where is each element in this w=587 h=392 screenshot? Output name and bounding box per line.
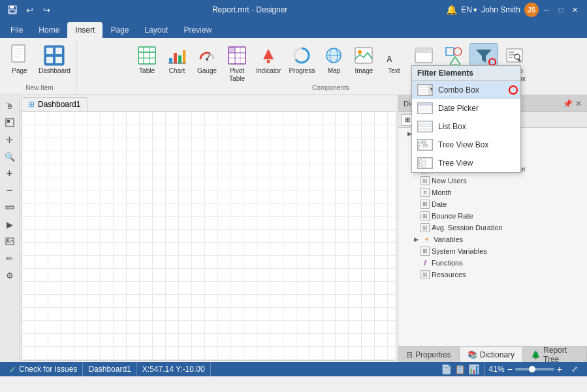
tree-view-label: Tree View: [438, 158, 473, 168]
chart-icon: [167, 45, 187, 66]
tab-file[interactable]: File: [3, 22, 31, 38]
report-tree-tab[interactable]: 🌲 Report Tree: [523, 347, 587, 362]
filter-item-tree-view[interactable]: Tree View: [412, 154, 520, 172]
page-icon-1[interactable]: 📄: [441, 364, 452, 374]
gauge-button[interactable]: Gauge: [193, 43, 221, 77]
maximize-button[interactable]: □: [554, 3, 567, 16]
properties-tab[interactable]: ⊟ Properties: [398, 347, 460, 362]
cursor-tool[interactable]: 🖱: [2, 98, 18, 113]
tree-item[interactable]: ⊞ System Variables: [398, 245, 587, 257]
map-button[interactable]: Map: [319, 43, 348, 77]
quick-access-toolbar: ↩ ↪: [5, 3, 54, 17]
tab-insert[interactable]: Insert: [67, 22, 103, 38]
notification-icon[interactable]: 🔔: [446, 5, 457, 15]
language-selector[interactable]: EN ▾: [461, 5, 477, 14]
svg-rect-79: [419, 124, 432, 127]
tree-item[interactable]: ▶ ≡ Variables: [398, 234, 587, 245]
pin-button[interactable]: 📌: [563, 99, 573, 108]
zoom-slider[interactable]: [515, 368, 554, 370]
redo-button[interactable]: ↪: [39, 3, 54, 17]
page-icon-2[interactable]: 📋: [454, 364, 466, 374]
page-label: Page: [12, 67, 27, 75]
tree-item[interactable]: ⊞ Date: [398, 198, 587, 210]
zoom-decrease-button[interactable]: −: [507, 364, 513, 374]
indicator-button[interactable]: Indicator: [253, 43, 284, 77]
tab-layout[interactable]: Layout: [136, 22, 176, 38]
filter-item-list-box[interactable]: List Box: [412, 117, 520, 136]
list-box-label: List Box: [438, 122, 466, 131]
panel-close-button[interactable]: ✕: [575, 99, 582, 108]
check-issues-item[interactable]: ✓ Check for Issues: [4, 362, 83, 376]
tree-item-label: System Variables: [432, 247, 487, 255]
fit-page-item[interactable]: ⤢: [566, 362, 583, 376]
dashboard-tab[interactable]: ⊞ Dashboard1: [21, 97, 87, 111]
svg-rect-42: [415, 48, 432, 53]
page-button[interactable]: Page: [5, 43, 34, 77]
filter-item-combo-box[interactable]: ▾ Combo Box: [412, 81, 520, 99]
image-button[interactable]: Image: [349, 43, 378, 77]
image-tool[interactable]: [2, 234, 18, 249]
zoom-value: 41%: [489, 365, 505, 374]
svg-point-39: [358, 50, 362, 54]
tree-item-label: Functions: [432, 259, 463, 267]
tree-item[interactable]: ≡ Month: [398, 187, 587, 198]
gauge-icon: [197, 45, 217, 66]
settings-tool[interactable]: ⚙: [2, 267, 18, 283]
close-button[interactable]: ✕: [569, 3, 582, 16]
filter-item-date-picker[interactable]: Date Picker: [412, 99, 520, 117]
pen-tool[interactable]: ✏: [2, 250, 18, 266]
dashboard-label: Dashboard: [39, 67, 71, 75]
filter-item-tree-view-box[interactable]: Tree View Box: [412, 136, 520, 154]
save-button[interactable]: [5, 3, 20, 17]
zoom-minus-tool[interactable]: −: [2, 183, 18, 198]
dictionary-tab[interactable]: 📚 Dictionary: [460, 347, 523, 362]
tree-item-label: New Users: [432, 177, 467, 185]
undo-button[interactable]: ↩: [22, 3, 37, 17]
table-button[interactable]: Table: [133, 43, 161, 77]
zoom-increase-button[interactable]: +: [557, 364, 562, 374]
tab-page[interactable]: Page: [103, 22, 136, 38]
tree-item-label: Resources: [432, 271, 466, 279]
field-icon: ⊞: [420, 200, 430, 209]
zoom-in-tool[interactable]: +: [2, 166, 18, 181]
list-box-icon: [417, 121, 433, 132]
tree-item[interactable]: ⊞ New Users: [398, 175, 587, 187]
svg-marker-45: [450, 57, 460, 65]
tree-item[interactable]: f Functions: [398, 257, 587, 269]
chart-button[interactable]: Chart: [163, 43, 191, 77]
dashboard-button[interactable]: Dashboard: [35, 43, 74, 77]
tab-home[interactable]: Home: [31, 22, 67, 38]
svg-rect-43: [446, 48, 454, 55]
progress-button[interactable]: Progress: [285, 43, 318, 77]
pivot-table-button[interactable]: PivotTable: [223, 43, 251, 83]
add-tool[interactable]: ✛: [2, 132, 18, 147]
window-title: Report.mrt - Designer: [212, 5, 287, 14]
page-icon-3[interactable]: 📊: [468, 364, 479, 374]
canvas-body[interactable]: [21, 111, 396, 361]
tree-item[interactable]: ⊞ Resources: [398, 269, 587, 280]
combo-box-icon: ▾: [417, 84, 433, 96]
page-icon: [9, 45, 30, 66]
svg-rect-2: [10, 10, 15, 13]
panel-icon: [413, 45, 434, 66]
user-avatar[interactable]: JS: [524, 3, 539, 17]
svg-rect-9: [46, 48, 53, 54]
check-issues-label: Check for Issues: [19, 365, 77, 374]
filter-dropdown-title: Filter Elements: [417, 68, 473, 78]
report-tree-tab-label: Report Tree: [543, 346, 579, 364]
svg-rect-85: [423, 144, 428, 147]
zoom-thumb[interactable]: [529, 366, 535, 372]
nav-right-tool[interactable]: ▶: [2, 217, 18, 232]
tree-item[interactable]: ⊞ Avg. Session Duration: [398, 222, 587, 234]
minimize-button[interactable]: ─: [540, 3, 553, 16]
text-button[interactable]: A Text: [379, 43, 408, 77]
gauge-label: Gauge: [197, 67, 217, 75]
ruler-tool[interactable]: [2, 200, 18, 215]
tree-view-box-icon: [417, 139, 433, 151]
zoom-tool[interactable]: 🔍: [2, 149, 18, 164]
tree-item[interactable]: ⊞ Bounce Rate: [398, 210, 587, 222]
tab-preview[interactable]: Preview: [176, 22, 219, 38]
select-tool[interactable]: [2, 115, 18, 130]
canvas-grid: [22, 112, 396, 360]
indicator-icon: [258, 45, 279, 66]
